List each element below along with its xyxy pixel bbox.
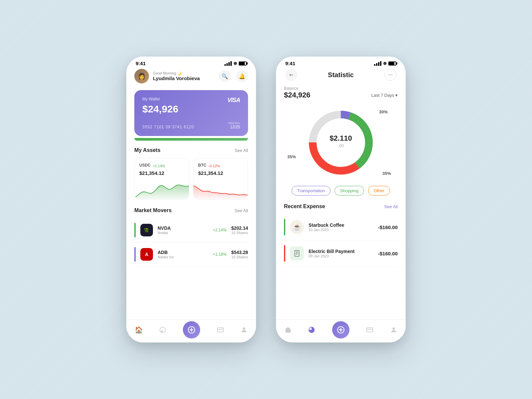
svg-point-19: [392, 327, 395, 330]
market-item-adb: A ADB Adobe Inc +1.18% $543.28 10 Shares: [134, 242, 248, 267]
recent-expense-header: Recent Expense See All: [284, 203, 398, 209]
tag-other[interactable]: Other: [368, 186, 390, 196]
svg-rect-17: [367, 328, 373, 332]
adb-change: +1.18%: [213, 252, 226, 257]
balance-label: Balance: [284, 86, 398, 91]
assets-see-all[interactable]: See All: [235, 148, 248, 153]
asset-price-btc: $21,354.12: [198, 170, 243, 176]
status-icons-left: ⊛: [224, 61, 247, 66]
starbuck-name: Starbuck Coffee: [309, 222, 344, 228]
tag-shopping[interactable]: Shopping: [334, 186, 364, 196]
wallet-card: VISA My Wallet $24,926 3552 7101 39 3741…: [134, 90, 248, 136]
adb-info: ADB Adobe Inc: [158, 250, 174, 259]
phones-container: 9:41 ⊛ 👩 Good Morning 🌙 Lyudmila Vorobi: [126, 57, 406, 342]
svg-text:.00: .00: [338, 143, 344, 148]
nav-profile-left[interactable]: [240, 326, 248, 333]
asset-ticker-row-btc: BTC -0.12%: [198, 163, 243, 169]
more-button[interactable]: ···: [384, 69, 396, 81]
btc-chart: [194, 179, 248, 199]
market-see-all[interactable]: See All: [235, 208, 248, 213]
nav-center-right[interactable]: [332, 321, 349, 338]
expense-bar-electric: [284, 245, 285, 262]
valid-thru-label: Valid thru: [228, 121, 240, 125]
search-icon[interactable]: 🔍: [219, 70, 231, 82]
pct-30: 30%: [379, 109, 388, 114]
nvda-change: +2.14%: [213, 228, 226, 232]
expense-bar-starbuck: [284, 219, 285, 235]
usdc-chart: [135, 179, 189, 199]
greeting-text: Good Morning 🌙: [153, 71, 200, 75]
electric-name: Electric Bill Payment: [309, 249, 355, 254]
expense-see-all[interactable]: See All: [384, 204, 398, 209]
signal-icon: [224, 61, 232, 66]
adb-price: $543.28: [231, 250, 248, 255]
period-filter[interactable]: Last 7 Days ▾: [371, 93, 398, 98]
nav-card-right[interactable]: [366, 326, 373, 333]
svg-point-3: [243, 327, 245, 330]
nvda-shares: 10 Shares: [231, 231, 248, 235]
market-section-header: Market Movers See All: [134, 207, 248, 213]
svg-point-9: [323, 124, 359, 161]
adb-ticker: ADB: [158, 250, 174, 255]
electric-date: 09 Jan 2023: [309, 254, 355, 258]
electric-icon: [290, 246, 304, 260]
signal-icon-right: [374, 61, 381, 66]
back-button[interactable]: ←: [285, 69, 297, 81]
status-icons-right: ⊛: [374, 61, 396, 66]
balance-amount: $24,926: [284, 91, 311, 99]
status-bar-left: 9:41 ⊛: [126, 57, 256, 69]
asset-ticker-btc: BTC: [198, 163, 206, 168]
balance-row: $24,926 Last 7 Days ▾: [284, 91, 398, 99]
recent-expense-title: Recent Expense: [284, 203, 325, 209]
bottom-nav-left: 🏠: [126, 319, 256, 342]
pct-35-right: 35%: [382, 171, 391, 176]
electric-amount: -$160.00: [378, 251, 398, 256]
asset-change-btc: -0.12%: [208, 164, 220, 168]
notification-icon[interactable]: 🔔: [236, 70, 248, 82]
card-balance: $24,926: [142, 103, 240, 115]
starbuck-date: 10 Jan 2023: [309, 228, 344, 232]
status-bar-right: 9:41 ⊛: [276, 57, 406, 69]
nav-profile-right[interactable]: [390, 326, 397, 333]
user-name: Lyudmila Vorobieva: [153, 75, 200, 81]
battery-icon: [239, 62, 247, 66]
nav-center-left[interactable]: [183, 321, 200, 338]
valid-thru-date: 12/25: [228, 125, 240, 129]
card-green-bar: [134, 138, 248, 141]
asset-card-usdc: USDC +2.14% $21,354.12: [134, 158, 189, 200]
svg-text:$2.110: $2.110: [330, 134, 352, 142]
card-bottom: 3552 7101 39 3741 6120 Valid thru 12/25: [142, 121, 240, 129]
card-number: 3552 7101 39 3741 6120: [142, 125, 194, 129]
stat-title: Statistic: [328, 71, 354, 79]
card-label: My Wallet: [142, 97, 240, 101]
donut-chart-container: $2.110 .00 30% 35% 35%: [284, 106, 398, 179]
starbuck-amount: -$160.00: [378, 224, 398, 230]
market-bar-adb: [134, 247, 136, 262]
nvda-price-block: $202.14 10 Shares: [231, 225, 248, 235]
nvda-info: NVDA Nvidia: [158, 225, 171, 235]
assets-grid: USDC +2.14% $21,354.12: [134, 158, 248, 200]
nav-chart-right[interactable]: [308, 326, 316, 333]
nav-chart-left[interactable]: [159, 326, 167, 333]
category-tags: Transportation Shopping Other: [284, 186, 398, 196]
tag-transportation[interactable]: Transportation: [292, 186, 331, 196]
asset-change-usdc: +2.14%: [153, 164, 165, 168]
asset-price-usdc: $21,354.12: [139, 170, 184, 176]
market-title: Market Movers: [134, 207, 172, 213]
time-right: 9:41: [285, 61, 295, 66]
nav-card-left[interactable]: [217, 326, 224, 333]
asset-card-btc: BTC -0.12% $21,354.12: [193, 158, 248, 200]
nav-home-left[interactable]: 🏠: [135, 326, 143, 334]
stat-header: ← Statistic ···: [284, 69, 398, 81]
adb-shares: 10 Shares: [231, 255, 248, 259]
nvda-ticker: NVDA: [158, 225, 171, 231]
card-valid: Valid thru 12/25: [228, 121, 240, 129]
expense-item-starbuck: ☕ Starbuck Coffee 10 Jan 2023 -$160.00: [284, 214, 398, 240]
avatar: 👩: [134, 69, 149, 83]
nav-home-right[interactable]: [284, 326, 292, 333]
adb-name: Adobe Inc: [158, 255, 174, 259]
bottom-nav-right: [276, 319, 406, 342]
market-item-nvda: NVDA Nvidia +2.14% $202.14 10 Shares: [134, 218, 248, 242]
balance-section: Balance $24,926 Last 7 Days ▾: [284, 86, 398, 99]
nvda-logo: [140, 224, 153, 236]
